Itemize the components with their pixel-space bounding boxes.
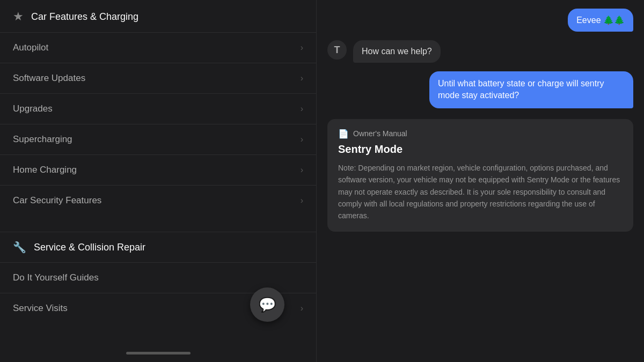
autopilot-label: Autopilot <box>13 42 48 53</box>
menu-item-supercharging[interactable]: Supercharging › <box>0 124 316 154</box>
tesla-avatar: T <box>327 40 347 60</box>
manual-card-label: Owner's Manual <box>353 129 407 138</box>
chat-area: Eevee 🌲🌲 T How can we help? Until what b… <box>317 0 644 362</box>
section-divider <box>0 216 316 232</box>
menu-item-car-security[interactable]: Car Security Features › <box>0 185 316 216</box>
section2-header: 🔧 Service & Collision Repair <box>0 232 316 262</box>
tesla-logo-icon: T <box>334 45 340 56</box>
chat-fab-button[interactable]: 💬 <box>250 287 284 322</box>
section1-header: ★ Car Features & Charging <box>0 0 316 32</box>
wrench-icon: 🔧 <box>13 241 26 254</box>
service-visits-label: Service Visits <box>13 303 68 314</box>
chevron-icon: › <box>301 196 303 205</box>
software-updates-label: Software Updates <box>13 73 85 84</box>
user-top-message: Eevee 🌲🌲 <box>568 9 633 32</box>
fab-container: 💬 <box>250 287 284 322</box>
user-message-container: Until what battery state or charge will … <box>429 71 633 108</box>
bot-message-container: T How can we help? <box>327 40 633 63</box>
document-icon: 📄 <box>338 129 349 139</box>
home-charging-label: Home Charging <box>13 165 77 175</box>
chevron-icon: › <box>301 73 303 83</box>
star-icon: ★ <box>13 10 24 24</box>
user-bubble-top: Eevee 🌲🌲 <box>568 9 633 32</box>
section2-title: Service & Collision Repair <box>34 242 145 253</box>
menu-item-home-charging[interactable]: Home Charging › <box>0 154 316 185</box>
manual-card-body: Note: Depending on market region, vehicl… <box>338 162 623 222</box>
chevron-icon: › <box>301 304 303 313</box>
manual-card-header: 📄 Owner's Manual <box>338 129 623 139</box>
supercharging-label: Supercharging <box>13 134 72 145</box>
manual-card-title: Sentry Mode <box>338 143 623 156</box>
car-security-label: Car Security Features <box>13 195 101 206</box>
chevron-icon: › <box>301 165 303 175</box>
right-panel: Eevee 🌲🌲 T How can we help? Until what b… <box>317 0 644 362</box>
diy-guides-label: Do It Yourself Guides <box>13 272 99 283</box>
menu-item-upgrades[interactable]: Upgrades › <box>0 93 316 124</box>
manual-card: 📄 Owner's Manual Sentry Mode Note: Depen… <box>327 119 633 232</box>
chat-fab-icon: 💬 <box>259 297 276 313</box>
chevron-icon: › <box>301 43 303 53</box>
bottom-indicator <box>0 346 316 362</box>
menu-item-autopilot[interactable]: Autopilot › <box>0 32 316 63</box>
upgrades-label: Upgrades <box>13 104 53 114</box>
menu-item-software-updates[interactable]: Software Updates › <box>0 63 316 93</box>
user-question-bubble: Until what battery state or charge will … <box>429 71 633 108</box>
section1-title: Car Features & Charging <box>31 11 138 23</box>
chevron-icon: › <box>301 104 303 114</box>
bot-bubble: How can we help? <box>353 40 441 63</box>
home-indicator-bar <box>126 352 191 354</box>
chevron-icon: › <box>301 135 303 144</box>
